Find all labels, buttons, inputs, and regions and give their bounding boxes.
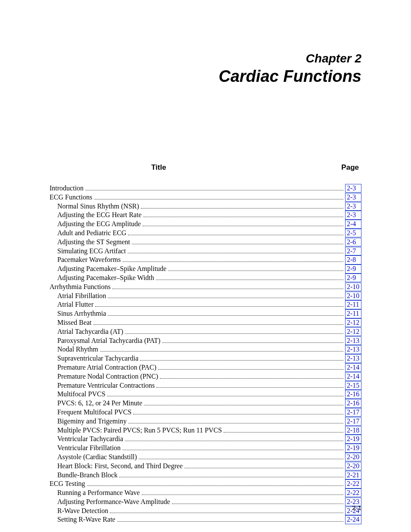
toc-page-link[interactable]: 2-12 [345,318,361,327]
toc-entry-title: Atrial Fibrillation [50,292,106,301]
toc-page-link[interactable]: 2-18 [345,426,361,435]
toc-page-link[interactable]: 2-9 [345,264,361,273]
toc-page-link[interactable]: 2-24 [345,515,361,524]
toc-entry-title: PVCS: 6, 12, or 24 Per Minute [50,399,142,408]
toc-page-link[interactable]: 2-3 [345,193,361,202]
toc-entry-title: Running a Performance Wave [50,488,140,498]
toc-page-link[interactable]: 2-19 [345,435,361,443]
toc-row: Adjusting Pacemaker–Spike Amplitude2-9 [50,264,361,274]
toc-page-link[interactable]: 2-6 [345,238,361,246]
toc-leader-dots [142,489,343,495]
toc-row: Pacemaker Waveforms2-8 [50,255,361,264]
toc-leader-dots [87,480,343,486]
toc-page-link[interactable]: 2-9 [345,274,361,282]
toc-entry-title: Adjusting Pacemaker–Spike Width [50,274,154,283]
toc-entry-title: Arrhythmia Functions [50,283,111,292]
toc-page-link[interactable]: 2-21 [345,471,361,479]
toc-row: Adjusting the ECG Amplitude2-4 [50,220,361,229]
toc-entry-title: Adjusting the ST Segment [50,238,130,247]
toc-page-link[interactable]: 2-22 [345,479,361,488]
toc-leader-dots [100,346,343,352]
toc-page-link[interactable]: 2-12 [345,327,361,336]
toc-leader-dots [125,328,343,334]
toc-page-link[interactable]: 2-3 [345,202,361,211]
toc-page-link[interactable]: 2-17 [345,408,361,417]
toc-leader-dots [140,355,343,361]
toc-page-link[interactable]: 2-10 [345,292,361,300]
toc-entry-title: Supraventricular Tachycardia [50,354,138,363]
toc-entry-title: Atrial Flutter [50,300,93,309]
toc-row: PVCS: 6, 12, or 24 Per Minute2-16 [50,399,361,408]
toc-page-link[interactable]: 2-5 [345,229,361,237]
toc-entry-title: Adjusting Performance-Wave Amplitude [50,498,170,507]
toc-page-link[interactable]: 2-14 [345,363,361,372]
toc-entry-title: Heart Block: First, Second, and Third De… [50,462,183,471]
footer-page-number: 2-1 [352,504,361,511]
toc-entry-title: Multiple PVCS: Paired PVCS; Run 5 PVCS; … [50,426,222,435]
toc-page-link[interactable]: 2-7 [345,247,361,255]
toc-entry-title: Premature Atrial Contraction (PAC) [50,363,156,372]
toc-row: Adjusting the ST Segment2-6 [50,238,361,247]
toc-leader-dots [119,471,343,477]
toc-page-link[interactable]: 2-3 [345,211,361,219]
toc-page-link[interactable]: 2-4 [345,220,361,228]
toc-row: Atrial Fibrillation2-10 [50,292,361,301]
toc-leader-dots [132,238,343,244]
toc-row: R-Wave Detection2-24 [50,507,361,516]
toc-page-link[interactable]: 2-20 [345,462,361,470]
toc-entry-title: Premature Ventricular Contractions [50,381,155,390]
toc-entry-title: Paroxysmal Atrial Tachycardia (PAT) [50,336,160,345]
toc-page-link[interactable]: 2-19 [345,444,361,452]
toc-row: Adjusting Pacemaker–Spike Width2-9 [50,274,361,283]
toc-leader-dots [122,256,343,262]
toc-row: Premature Ventricular Contractions2-15 [50,381,361,390]
toc-page-link[interactable]: 2-16 [345,390,361,398]
toc-page-link[interactable]: 2-15 [345,381,361,390]
toc-page-link[interactable]: 2-11 [345,300,361,309]
toc-row: Introduction2-3 [50,184,361,193]
toc-leader-dots [143,212,343,218]
toc-leader-dots [143,220,343,226]
toc-row: Adult and Pediatric ECG2-5 [50,229,361,238]
toc-row: Setting R-Wave Rate2-24 [50,515,361,524]
toc-page-link[interactable]: 2-10 [345,283,361,291]
toc-row: Simulating ECG Artifact2-7 [50,247,361,256]
column-header-page: Page [341,163,359,172]
toc-row: Supraventricular Tachycardia2-13 [50,354,361,363]
toc-row: ECG Functions2-3 [50,193,361,202]
toc-page-link[interactable]: 2-20 [345,453,361,461]
toc-row: Premature Atrial Contraction (PAC)2-14 [50,363,361,372]
toc-leader-dots [141,202,343,208]
toc-row: Paroxysmal Atrial Tachycardia (PAT)2-13 [50,336,361,345]
toc-page-link[interactable]: 2-13 [345,354,361,363]
toc-entry-title: Introduction [50,184,84,193]
toc-leader-dots [224,426,343,432]
toc-entry-title: Pacemaker Waveforms [50,255,121,264]
toc-entry-title: Premature Nodal Contraction (PNC) [50,372,158,381]
toc-row: Normal Sinus Rhythm (NSR)2-3 [50,202,361,211]
toc-page-link[interactable]: 2-17 [345,417,361,426]
toc-page-link[interactable]: 2-3 [345,184,361,193]
toc-page-link[interactable]: 2-22 [345,488,361,497]
toc-entry-title: Normal Sinus Rhythm (NSR) [50,202,139,211]
toc-leader-dots [108,292,343,298]
toc-leader-dots [112,283,343,289]
toc-row: Arrhythmia Functions2-10 [50,283,361,292]
toc-page-link[interactable]: 2-16 [345,399,361,408]
toc-leader-dots [128,229,343,235]
toc-page-link[interactable]: 2-13 [345,336,361,345]
toc-page-link[interactable]: 2-8 [345,255,361,264]
toc-page-link[interactable]: 2-13 [345,345,361,354]
toc-page-link[interactable]: 2-11 [345,309,361,318]
toc-leader-dots [133,408,343,414]
toc-row: Atrial Flutter2-11 [50,300,361,309]
toc-entry-title: Bigeminy and Trigeminy [50,417,127,426]
toc-row: Ventricular Tachycardia2-19 [50,435,361,444]
table-of-contents: Introduction2-3ECG Functions2-3Normal Si… [50,184,361,524]
toc-entry-title: Atrial Tachycardia (AT) [50,327,123,336]
toc-row: Asystole (Cardiac Standstill)2-20 [50,453,361,462]
toc-entry-title: Adjusting Pacemaker–Spike Amplitude [50,264,166,274]
toc-page-link[interactable]: 2-14 [345,372,361,381]
toc-entry-title: Ventricular Tachycardia [50,435,123,444]
toc-row: Ventricular Fibrillation2-19 [50,444,361,453]
